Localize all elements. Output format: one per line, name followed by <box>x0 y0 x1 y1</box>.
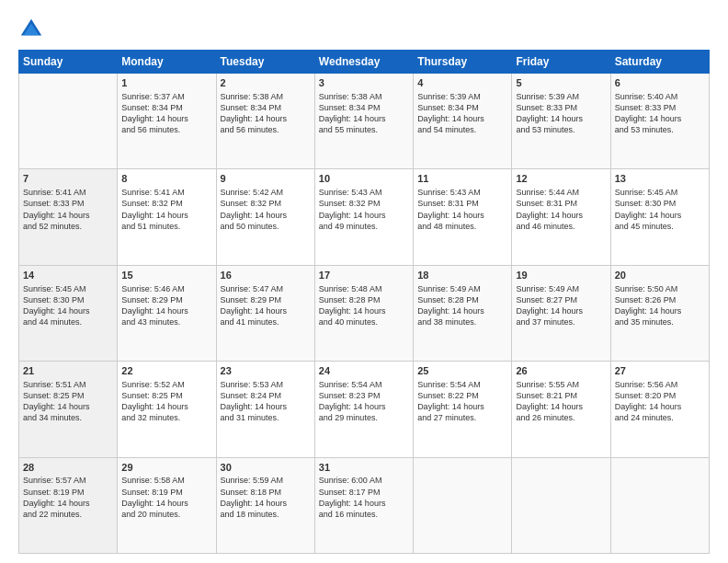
day-info: Sunrise: 5:45 AM Sunset: 8:30 PM Dayligh… <box>615 187 705 232</box>
day-info: Sunrise: 5:41 AM Sunset: 8:33 PM Dayligh… <box>23 187 113 232</box>
column-header-thursday: Thursday <box>414 51 512 74</box>
day-cell <box>414 457 512 553</box>
day-info: Sunrise: 5:42 AM Sunset: 8:32 PM Dayligh… <box>221 187 311 232</box>
day-cell: 24Sunrise: 5:54 AM Sunset: 8:23 PM Dayli… <box>314 362 413 457</box>
calendar-table: SundayMondayTuesdayWednesdayThursdayFrid… <box>18 50 710 554</box>
day-info: Sunrise: 5:48 AM Sunset: 8:28 PM Dayligh… <box>319 283 409 328</box>
day-info: Sunrise: 5:49 AM Sunset: 8:28 PM Dayligh… <box>417 283 507 328</box>
column-header-sunday: Sunday <box>19 51 118 74</box>
week-row-5: 28Sunrise: 5:57 AM Sunset: 8:19 PM Dayli… <box>19 457 710 553</box>
day-info: Sunrise: 5:57 AM Sunset: 8:19 PM Dayligh… <box>23 475 113 520</box>
page: SundayMondayTuesdayWednesdayThursdayFrid… <box>0 0 728 563</box>
day-info: Sunrise: 5:55 AM Sunset: 8:21 PM Dayligh… <box>516 379 606 424</box>
day-number: 26 <box>516 364 606 378</box>
day-cell: 22Sunrise: 5:52 AM Sunset: 8:25 PM Dayli… <box>118 362 216 457</box>
day-cell: 30Sunrise: 5:59 AM Sunset: 8:18 PM Dayli… <box>216 457 314 553</box>
day-number: 25 <box>417 364 507 378</box>
day-info: Sunrise: 5:41 AM Sunset: 8:32 PM Dayligh… <box>121 187 211 232</box>
day-info: Sunrise: 5:40 AM Sunset: 8:33 PM Dayligh… <box>615 91 705 136</box>
day-cell: 10Sunrise: 5:43 AM Sunset: 8:32 PM Dayli… <box>314 169 413 265</box>
day-info: Sunrise: 5:54 AM Sunset: 8:22 PM Dayligh… <box>417 379 507 424</box>
day-cell: 21Sunrise: 5:51 AM Sunset: 8:25 PM Dayli… <box>19 362 118 457</box>
day-cell: 17Sunrise: 5:48 AM Sunset: 8:28 PM Dayli… <box>314 265 413 361</box>
day-cell: 2Sunrise: 5:38 AM Sunset: 8:34 PM Daylig… <box>216 74 314 169</box>
day-number: 28 <box>23 461 113 475</box>
day-info: Sunrise: 5:38 AM Sunset: 8:34 PM Dayligh… <box>319 91 409 136</box>
day-number: 17 <box>319 269 409 282</box>
logo-icon <box>18 17 44 42</box>
column-header-wednesday: Wednesday <box>314 51 413 74</box>
header-row: SundayMondayTuesdayWednesdayThursdayFrid… <box>19 51 710 74</box>
day-cell: 19Sunrise: 5:49 AM Sunset: 8:27 PM Dayli… <box>512 265 610 361</box>
day-cell: 13Sunrise: 5:45 AM Sunset: 8:30 PM Dayli… <box>610 169 709 265</box>
day-info: Sunrise: 5:46 AM Sunset: 8:29 PM Dayligh… <box>121 283 211 328</box>
day-number: 23 <box>221 364 311 378</box>
day-cell: 7Sunrise: 5:41 AM Sunset: 8:33 PM Daylig… <box>19 169 118 265</box>
day-cell: 26Sunrise: 5:55 AM Sunset: 8:21 PM Dayli… <box>512 362 610 457</box>
day-number: 20 <box>615 269 705 282</box>
day-cell: 9Sunrise: 5:42 AM Sunset: 8:32 PM Daylig… <box>216 169 314 265</box>
day-number: 10 <box>319 172 409 186</box>
day-number: 22 <box>121 364 211 378</box>
day-cell: 28Sunrise: 5:57 AM Sunset: 8:19 PM Dayli… <box>19 457 118 553</box>
day-cell: 1Sunrise: 5:37 AM Sunset: 8:34 PM Daylig… <box>118 74 216 169</box>
day-number: 12 <box>516 172 606 186</box>
day-info: Sunrise: 5:52 AM Sunset: 8:25 PM Dayligh… <box>121 379 211 424</box>
day-info: Sunrise: 5:50 AM Sunset: 8:26 PM Dayligh… <box>615 283 705 328</box>
day-info: Sunrise: 5:53 AM Sunset: 8:24 PM Dayligh… <box>221 379 311 424</box>
day-info: Sunrise: 5:45 AM Sunset: 8:30 PM Dayligh… <box>23 283 113 328</box>
column-header-monday: Monday <box>118 51 216 74</box>
day-number: 16 <box>221 269 311 282</box>
day-cell: 12Sunrise: 5:44 AM Sunset: 8:31 PM Dayli… <box>512 169 610 265</box>
day-cell: 6Sunrise: 5:40 AM Sunset: 8:33 PM Daylig… <box>610 74 709 169</box>
day-info: Sunrise: 5:58 AM Sunset: 8:19 PM Dayligh… <box>121 475 211 520</box>
day-info: Sunrise: 5:56 AM Sunset: 8:20 PM Dayligh… <box>615 379 705 424</box>
day-number: 30 <box>221 461 311 475</box>
day-number: 5 <box>516 76 606 90</box>
day-number: 4 <box>417 76 507 90</box>
day-info: Sunrise: 5:47 AM Sunset: 8:29 PM Dayligh… <box>221 283 311 328</box>
column-header-saturday: Saturday <box>610 51 709 74</box>
day-cell: 11Sunrise: 5:43 AM Sunset: 8:31 PM Dayli… <box>414 169 512 265</box>
column-header-friday: Friday <box>512 51 610 74</box>
day-info: Sunrise: 5:39 AM Sunset: 8:34 PM Dayligh… <box>417 91 507 136</box>
day-cell: 5Sunrise: 5:39 AM Sunset: 8:33 PM Daylig… <box>512 74 610 169</box>
day-number: 19 <box>516 269 606 282</box>
day-number: 24 <box>319 364 409 378</box>
day-number: 14 <box>23 269 113 282</box>
day-number: 8 <box>121 172 211 186</box>
week-row-2: 7Sunrise: 5:41 AM Sunset: 8:33 PM Daylig… <box>19 169 710 265</box>
day-number: 3 <box>319 76 409 90</box>
day-number: 6 <box>615 76 705 90</box>
day-number: 21 <box>23 364 113 378</box>
day-cell: 31Sunrise: 6:00 AM Sunset: 8:17 PM Dayli… <box>314 457 413 553</box>
day-info: Sunrise: 6:00 AM Sunset: 8:17 PM Dayligh… <box>319 475 409 520</box>
day-cell: 4Sunrise: 5:39 AM Sunset: 8:34 PM Daylig… <box>414 74 512 169</box>
day-number: 9 <box>221 172 311 186</box>
day-number: 2 <box>221 76 311 90</box>
day-info: Sunrise: 5:43 AM Sunset: 8:32 PM Dayligh… <box>319 187 409 232</box>
day-cell: 20Sunrise: 5:50 AM Sunset: 8:26 PM Dayli… <box>610 265 709 361</box>
week-row-1: 1Sunrise: 5:37 AM Sunset: 8:34 PM Daylig… <box>19 74 710 169</box>
day-cell <box>610 457 709 553</box>
day-info: Sunrise: 5:38 AM Sunset: 8:34 PM Dayligh… <box>221 91 311 136</box>
logo <box>18 17 48 42</box>
day-number: 29 <box>121 461 211 475</box>
day-info: Sunrise: 5:59 AM Sunset: 8:18 PM Dayligh… <box>221 475 311 520</box>
day-info: Sunrise: 5:49 AM Sunset: 8:27 PM Dayligh… <box>516 283 606 328</box>
day-cell: 18Sunrise: 5:49 AM Sunset: 8:28 PM Dayli… <box>414 265 512 361</box>
day-info: Sunrise: 5:44 AM Sunset: 8:31 PM Dayligh… <box>516 187 606 232</box>
day-cell: 16Sunrise: 5:47 AM Sunset: 8:29 PM Dayli… <box>216 265 314 361</box>
day-cell: 29Sunrise: 5:58 AM Sunset: 8:19 PM Dayli… <box>118 457 216 553</box>
header <box>18 17 710 42</box>
day-number: 1 <box>121 76 211 90</box>
day-number: 18 <box>417 269 507 282</box>
day-cell: 23Sunrise: 5:53 AM Sunset: 8:24 PM Dayli… <box>216 362 314 457</box>
day-cell: 14Sunrise: 5:45 AM Sunset: 8:30 PM Dayli… <box>19 265 118 361</box>
day-number: 7 <box>23 172 113 186</box>
day-info: Sunrise: 5:54 AM Sunset: 8:23 PM Dayligh… <box>319 379 409 424</box>
day-cell: 27Sunrise: 5:56 AM Sunset: 8:20 PM Dayli… <box>610 362 709 457</box>
day-cell: 8Sunrise: 5:41 AM Sunset: 8:32 PM Daylig… <box>118 169 216 265</box>
day-info: Sunrise: 5:39 AM Sunset: 8:33 PM Dayligh… <box>516 91 606 136</box>
day-cell <box>19 74 118 169</box>
